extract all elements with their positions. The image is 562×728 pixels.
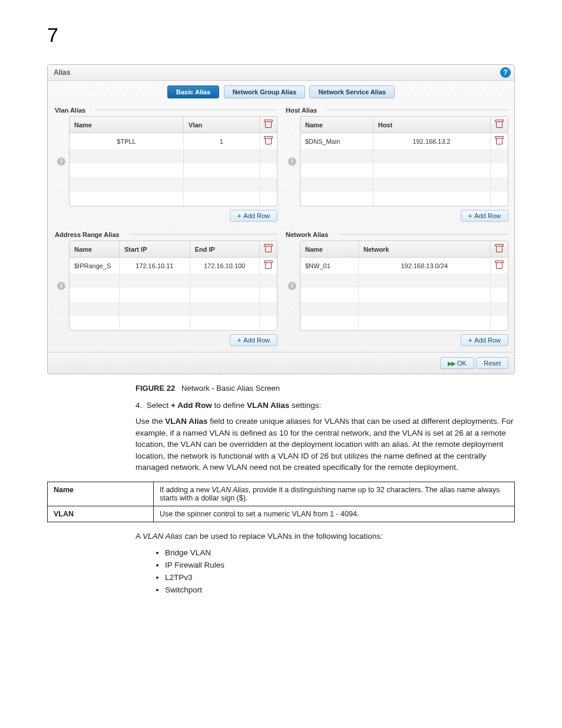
tab-network-group-alias[interactable]: Network Group Alias [224,85,305,98]
figure-caption: FIGURE 22 Network - Basic Alias Screen [135,384,515,393]
trash-icon [265,261,272,269]
cell-name: $DNS_Main [300,133,373,150]
table-row[interactable]: $DNS_Main 192.168.13.2 [300,133,508,150]
col-name[interactable]: Name [70,241,119,258]
table-row [70,177,277,192]
cell-end-ip: 172.16.10.100 [190,258,259,274]
delete-row-button[interactable] [259,133,277,150]
cell-name: $NW_01 [300,258,359,274]
network-alias-grid: Name Network $NW_01 192.168.13.0/24 [300,241,508,331]
delete-row-button[interactable] [490,133,508,150]
cell-name: $TPLL [70,133,184,150]
table-row [300,302,508,316]
reset-button[interactable]: Reset [476,357,508,369]
list-item: Bridge VLAN [165,546,515,559]
table-row[interactable]: $TPLL 1 [70,133,277,150]
add-row-button[interactable]: +Add Row [461,210,508,222]
col-vlan[interactable]: Vlan [184,117,259,133]
vlan-alias-label: Vlan Alias [54,103,277,116]
figure-label: FIGURE 22 [135,384,175,393]
col-name[interactable]: Name [300,241,359,258]
trash-icon [265,137,272,144]
table-row [70,316,277,330]
list-item: L2TPv3 [165,571,515,584]
trash-icon [496,137,503,144]
plus-icon: + [237,337,241,344]
table-row [300,316,508,330]
paragraph-vlan-alias: Use the VLAN Alias field to create uniqu… [135,416,515,473]
col-start-ip[interactable]: Start IP [119,241,190,258]
add-row-label: Add Row [474,337,501,344]
col-host[interactable]: Host [373,117,490,133]
para-bold: VLAN Alias [165,417,207,426]
add-row-label: Add Row [474,212,501,219]
host-alias-label: Host Alias [285,103,508,116]
plus-icon: + [468,212,472,219]
add-row-button[interactable]: +Add Row [230,210,277,222]
ok-button[interactable]: ▶▶OK [440,357,474,369]
ok-label: OK [457,360,467,367]
table-row [70,163,277,177]
table-row[interactable]: $NW_01 192.168.13.0/24 [300,258,508,274]
col-name[interactable]: Name [70,117,184,133]
delete-row-button[interactable] [259,258,277,274]
step-bold: VLAN Alias [247,401,289,410]
step-bold: + Add Row [171,401,212,410]
delete-row-button[interactable] [490,258,508,274]
address-range-grid: Name Start IP End IP $IPRange_S 172.16.1… [69,241,277,331]
col-delete[interactable] [259,117,277,133]
panel-title-bar: Alias ? [48,65,514,81]
trash-icon [265,245,272,252]
step-4: 4. Select + Add Row to define VLAN Alias… [135,401,515,410]
col-delete[interactable] [490,241,508,258]
help-icon[interactable]: ? [500,67,511,78]
def-val-vlan: Use the spinner control to set a numeric… [154,506,515,522]
table-row [300,274,508,288]
col-delete[interactable] [259,241,277,258]
network-alias-label: Network Alias [285,228,508,241]
table-row[interactable]: $IPRange_S 172.16.10.11 172.16.10.100 [70,258,277,274]
cell-host: 192.168.13.2 [373,133,490,150]
forward-icon: ▶▶ [448,360,455,367]
add-row-button[interactable]: +Add Row [461,334,508,346]
add-row-button[interactable]: +Add Row [230,334,277,346]
step-text: Select [147,401,171,410]
def-val-name: If adding a new VLAN Alias, provide it a… [154,482,515,506]
tab-bar: Basic Alias Network Group Alias Network … [48,81,514,101]
table-row [300,192,508,206]
info-icon[interactable]: i [288,157,296,166]
table-row [70,149,277,163]
step-number: 4. [135,401,142,410]
def-key-vlan: VLAN [48,506,154,522]
trash-icon [496,120,503,128]
table-row [70,192,277,206]
cell-start-ip: 172.16.10.11 [119,258,190,274]
col-network[interactable]: Network [359,241,490,258]
table-row [70,274,277,288]
table-row [300,149,508,163]
col-delete[interactable] [490,117,508,133]
list-item: IP Firewall Rules [165,559,515,571]
list-item: Switchport [165,584,515,596]
col-end-ip[interactable]: End IP [190,241,259,258]
plus-icon: + [237,212,241,219]
plus-icon: + [468,337,472,344]
cell-vlan: 1 [184,133,259,150]
vlan-alias-grid: Name Vlan $TPLL 1 [69,116,277,206]
address-range-alias-label: Address Range Alias [54,228,277,241]
alias-panel: Alias ? Basic Alias Network Group Alias … [47,64,515,374]
host-alias-grid: Name Host $DNS_Main 192.168.13.2 [300,116,508,206]
para-text: Use the [135,417,165,426]
add-row-label: Add Row [243,212,270,219]
info-icon[interactable]: i [288,282,296,290]
info-icon[interactable]: i [57,282,65,290]
info-icon[interactable]: i [57,157,65,166]
step-text: settings: [289,401,321,410]
chapter-number: 7 [47,24,515,47]
step-text: to define [212,401,247,410]
col-name[interactable]: Name [300,117,373,133]
tab-basic-alias[interactable]: Basic Alias [167,85,219,98]
tab-network-service-alias[interactable]: Network Service Alias [309,85,395,98]
trash-icon [496,245,503,252]
table-row [300,177,508,192]
